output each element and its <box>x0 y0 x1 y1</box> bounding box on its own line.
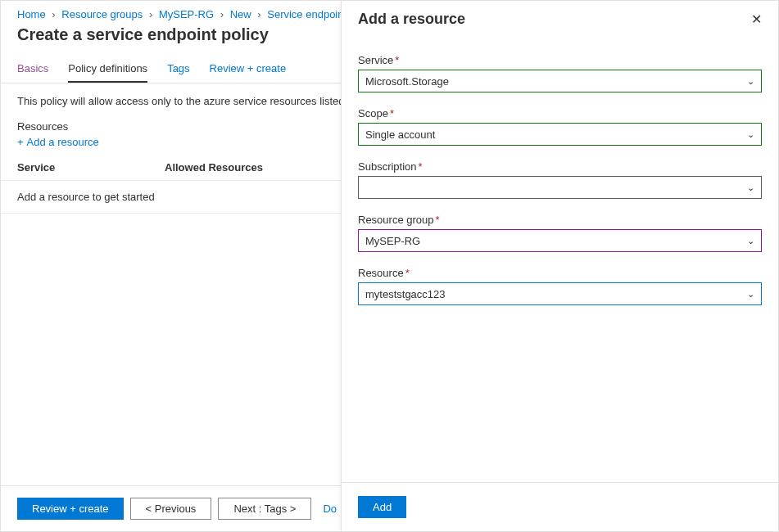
chevron-down-icon: ⌄ <box>747 289 754 300</box>
previous-button[interactable]: < Previous <box>130 498 212 520</box>
download-template-link[interactable]: Do <box>323 503 337 515</box>
col-header-service: Service <box>17 161 165 174</box>
breadcrumb-home[interactable]: Home <box>17 8 46 20</box>
tab-basics[interactable]: Basics <box>17 54 48 83</box>
service-select-value: Microsoft.Storage <box>365 75 449 88</box>
breadcrumb-mysep-rg[interactable]: MySEP-RG <box>159 8 214 20</box>
service-label: Service* <box>358 54 762 66</box>
close-icon[interactable]: ✕ <box>751 11 762 27</box>
chevron-down-icon: ⌄ <box>747 129 754 140</box>
tab-review-create[interactable]: Review + create <box>210 54 287 83</box>
chevron-right-icon: › <box>52 8 55 20</box>
chevron-down-icon: ⌄ <box>747 183 754 193</box>
chevron-right-icon: › <box>149 8 152 20</box>
breadcrumb-service-endpoint[interactable]: Service endpoint <box>267 8 346 20</box>
scope-select-value: Single account <box>365 128 435 141</box>
resource-group-select-value: MySEP-RG <box>365 235 420 247</box>
breadcrumb-resource-groups[interactable]: Resource groups <box>61 8 143 20</box>
plus-icon: + <box>17 136 24 148</box>
tab-tags[interactable]: Tags <box>167 54 189 83</box>
add-resource-link-label: Add a resource <box>27 136 99 148</box>
scope-label: Scope* <box>358 107 762 119</box>
chevron-right-icon: › <box>257 8 260 20</box>
scope-select[interactable]: Single account ⌄ <box>358 123 762 146</box>
add-button[interactable]: Add <box>358 496 406 518</box>
review-create-button[interactable]: Review + create <box>17 498 124 520</box>
subscription-select[interactable]: ⌄ <box>358 176 762 199</box>
tab-policy-definitions[interactable]: Policy definitions <box>68 54 147 83</box>
resource-select-value: myteststgacc123 <box>365 288 446 300</box>
next-tags-button[interactable]: Next : Tags > <box>218 498 311 520</box>
panel-title: Add a resource <box>358 11 465 28</box>
subscription-label: Subscription* <box>358 160 762 173</box>
chevron-right-icon: › <box>220 8 224 20</box>
chevron-down-icon: ⌄ <box>747 236 754 246</box>
chevron-down-icon: ⌄ <box>747 76 754 87</box>
breadcrumb-new[interactable]: New <box>230 8 251 20</box>
resource-group-select[interactable]: MySEP-RG ⌄ <box>358 229 762 252</box>
service-select[interactable]: Microsoft.Storage ⌄ <box>358 70 762 92</box>
resource-label: Resource* <box>358 267 762 279</box>
resource-group-label: Resource group* <box>358 214 762 226</box>
add-resource-panel: Add a resource ✕ Service* Microsoft.Stor… <box>341 1 778 531</box>
resource-select[interactable]: myteststgacc123 ⌄ <box>358 282 762 305</box>
